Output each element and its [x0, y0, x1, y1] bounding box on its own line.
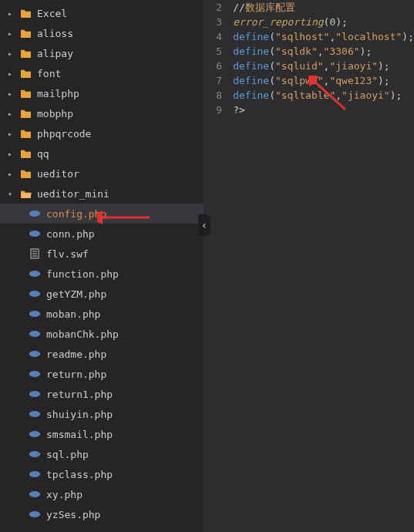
line-number: 9 — [204, 103, 222, 117]
file-item-tpclass.php[interactable]: tpclass.php — [0, 464, 204, 484]
token: ( — [269, 75, 275, 86]
tree-item-label: return.php — [46, 369, 106, 380]
line-number: 2 — [204, 0, 222, 15]
code-content[interactable]: //数据库配置error_reporting(0);define("sqlhos… — [230, 0, 414, 532]
folder-item-ueditor_mini[interactable]: ▾ueditor_mini — [0, 184, 204, 204]
token: error_reporting — [233, 16, 323, 28]
php-file-icon — [28, 390, 42, 398]
token: define — [233, 60, 269, 72]
token: // — [233, 2, 245, 13]
chevron-right-icon: ▸ — [8, 69, 15, 78]
tree-item-label: conn.php — [46, 228, 95, 240]
folder-icon — [19, 89, 32, 99]
chevron-right-icon: ▸ — [8, 29, 15, 38]
file-item-yzses.php[interactable]: yzSes.php — [0, 504, 204, 524]
file-item-moban.php[interactable]: moban.php — [0, 304, 204, 324]
tree-item-label: font — [37, 68, 61, 79]
tree-item-label: shuiyin.php — [46, 409, 113, 420]
file-item-return.php[interactable]: return.php — [0, 364, 204, 384]
svg-point-10 — [29, 351, 40, 357]
chevron-right-icon: ▸ — [8, 89, 15, 98]
file-explorer-sidebar[interactable]: ▸Excel▸alioss▸alipay▸font▸mailphp▸mobphp… — [0, 0, 204, 532]
file-item-sql.php[interactable]: sql.php — [0, 444, 204, 464]
tree-item-label: ueditor — [37, 168, 79, 180]
token: ); — [390, 89, 402, 101]
folder-item-mobphp[interactable]: ▸mobphp — [0, 103, 204, 123]
chevron-right-icon: ▸ — [8, 130, 15, 138]
token: ( — [269, 60, 275, 72]
code-line[interactable]: define("sqltable","jiaoyi"); — [233, 88, 414, 103]
chevron-down-icon: ▾ — [8, 190, 15, 198]
code-line[interactable]: define("sqluid","jiaoyi"); — [233, 59, 414, 73]
svg-point-0 — [29, 210, 40, 217]
tree-item-label: flv.swf — [46, 248, 89, 260]
file-item-readme.php[interactable]: readme.php — [0, 344, 204, 364]
tree-item-label: moban.php — [46, 308, 100, 320]
line-number: 8 — [204, 88, 222, 103]
php-file-icon — [28, 310, 42, 318]
file-item-smsmail.php[interactable]: smsmail.php — [0, 424, 204, 444]
folder-item-alipay[interactable]: ▸alipay — [0, 43, 204, 63]
code-line[interactable]: define("sqlpwd","qwe123"); — [233, 73, 414, 88]
tree-item-label: tpclass.php — [46, 469, 113, 480]
sidebar-collapse-handle[interactable]: ‹ — [198, 214, 210, 236]
token: define — [233, 31, 269, 42]
tree-item-label: function.php — [46, 268, 119, 280]
folder-item-alioss[interactable]: ▸alioss — [0, 23, 204, 43]
file-item-flv.swf[interactable]: flv.swf — [0, 244, 204, 264]
line-number: 6 — [204, 59, 222, 73]
code-editor[interactable]: 23456789 //数据库配置error_reporting(0);defin… — [204, 0, 414, 532]
token: , — [335, 89, 342, 101]
file-item-shuiyin.php[interactable]: shuiyin.php — [0, 404, 204, 424]
php-file-icon — [28, 430, 42, 438]
folder-icon — [19, 129, 32, 139]
svg-point-8 — [29, 311, 40, 317]
file-item-return1.php[interactable]: return1.php — [0, 384, 204, 404]
code-line[interactable]: error_reporting(0); — [233, 15, 414, 29]
token: ( — [269, 31, 275, 42]
folder-icon — [19, 109, 32, 119]
tree-item-label: xy.php — [46, 489, 82, 500]
file-item-config.php[interactable]: config.php — [0, 204, 204, 224]
file-item-conn.php[interactable]: conn.php — [0, 224, 204, 244]
tree-item-label: Excel — [37, 8, 67, 19]
line-number-gutter: 23456789 — [204, 0, 230, 532]
php-file-icon — [28, 410, 42, 418]
folder-item-mailphp[interactable]: ▸mailphp — [0, 83, 204, 103]
token: "jiaoyi" — [329, 60, 378, 72]
token: ); — [335, 16, 348, 28]
svg-point-11 — [29, 371, 40, 377]
folder-icon — [19, 149, 32, 159]
token: ?> — [233, 104, 245, 116]
code-line[interactable]: //数据库配置 — [233, 0, 414, 15]
file-item-function.php[interactable]: function.php — [0, 264, 204, 284]
file-icon — [28, 248, 42, 259]
php-file-icon — [28, 290, 42, 298]
php-file-icon — [28, 210, 42, 217]
file-item-mobanchk.php[interactable]: mobanChk.php — [0, 324, 204, 344]
file-item-getyzm.php[interactable]: getYZM.php — [0, 284, 204, 304]
php-file-icon — [28, 510, 42, 518]
token: ( — [269, 89, 275, 101]
token: , — [318, 45, 324, 57]
chevron-right-icon: ▸ — [8, 109, 15, 118]
svg-point-13 — [29, 411, 40, 417]
folder-icon — [19, 8, 32, 19]
code-line[interactable]: define("sqldk","3306"); — [233, 44, 414, 59]
folder-item-phpqrcode[interactable]: ▸phpqrcode — [0, 123, 204, 143]
svg-point-18 — [29, 511, 40, 517]
chevron-right-icon: ▸ — [8, 170, 15, 178]
folder-item-qq[interactable]: ▸qq — [0, 143, 204, 163]
code-line[interactable]: ?> — [233, 103, 414, 117]
token: "qwe123" — [329, 75, 378, 86]
file-item-xy.php[interactable]: xy.php — [0, 484, 204, 504]
folder-item-font[interactable]: ▸font — [0, 63, 204, 83]
tree-item-label: alioss — [37, 28, 73, 39]
php-file-icon — [28, 270, 42, 278]
folder-item-ueditor[interactable]: ▸ueditor — [0, 163, 204, 184]
svg-point-14 — [29, 431, 40, 437]
code-line[interactable]: define("sqlhost","localhost"); — [233, 29, 414, 44]
folder-item-excel[interactable]: ▸Excel — [0, 3, 204, 23]
tree-item-label: qq — [37, 148, 49, 160]
token: define — [233, 75, 269, 86]
